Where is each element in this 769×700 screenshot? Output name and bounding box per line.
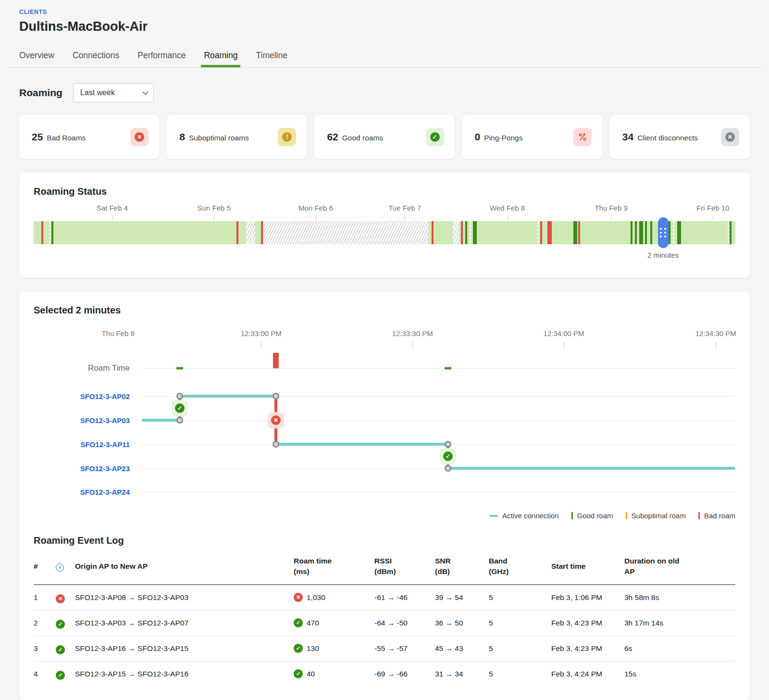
- timeline-day-tick: [611, 215, 612, 221]
- stat-value: 34: [622, 131, 633, 143]
- bad-roam-mark: [41, 221, 43, 244]
- event-log-row[interactable]: 1✕SFO12-3-AP08 → SFO12-3-AP03✕1,030-61 →…: [34, 585, 735, 611]
- tab-performance[interactable]: Performance: [137, 50, 186, 67]
- event-log-row[interactable]: 4✓SFO12-3-AP15 → SFO12-3-AP16✓40-69 → -6…: [34, 661, 735, 687]
- start-time: Feb 3, 4:24 PM: [551, 661, 624, 687]
- roam-time: ✓40: [294, 661, 374, 687]
- disconnected-period: [264, 221, 428, 244]
- good-roam-mark: [51, 221, 53, 244]
- gap-mark: [673, 221, 674, 244]
- legend-active-connection: Active connection: [489, 512, 559, 520]
- roam-time: ✓130: [294, 636, 374, 661]
- stat-label: Ping-Pongs: [484, 134, 522, 142]
- origin-to-new-ap: SFO12-3-AP08 → SFO12-3-AP03: [75, 585, 294, 611]
- good-roam-mark: [635, 221, 637, 244]
- event-number: 1: [34, 585, 56, 611]
- tab-bar: Overview Connections Performance Roaming…: [19, 50, 750, 67]
- good-roam-mark: [573, 221, 577, 244]
- stat-value: 25: [32, 131, 43, 143]
- tab-connections[interactable]: Connections: [73, 50, 119, 67]
- timeline-day-label: Sun Feb 5: [198, 204, 231, 212]
- good-status-icon: ✓: [56, 620, 65, 629]
- timeline-day-tick: [508, 215, 508, 221]
- ap-row-label[interactable]: SFO12-3-AP23: [34, 464, 130, 473]
- good-roam-mark: [650, 221, 652, 244]
- time-axis-label: 12:34:30 PM: [695, 329, 736, 338]
- check-icon: ✓: [175, 403, 185, 413]
- disconnect-icon: ✕: [721, 128, 739, 146]
- good-roam-mark: [730, 221, 732, 244]
- timeline-day-label: Thu Feb 9: [595, 204, 627, 212]
- check-icon: ✓: [443, 451, 453, 461]
- bad-roam-icon: ✕: [130, 128, 149, 146]
- roaming-event-log-table: # i Origin AP to New AP Roam time (ms) R…: [34, 548, 735, 687]
- time-axis-label: Thu Feb 9: [101, 329, 134, 338]
- band: 5: [489, 636, 551, 661]
- row-gridline: [142, 420, 735, 421]
- roam-endpoint-node: [273, 393, 279, 400]
- timeline-day-tick: [405, 215, 405, 221]
- x-icon: ✕: [271, 415, 281, 425]
- roam-time-axis-label: Roam Time: [34, 363, 130, 373]
- ap-row-label[interactable]: SFO12-3-AP24: [34, 488, 130, 496]
- origin-to-new-ap: SFO12-3-AP03 → SFO12-3-AP07: [75, 610, 294, 636]
- snr: 45 → 43: [435, 636, 489, 661]
- good-roam-mark: [465, 221, 467, 244]
- bad-roam-mark: [540, 221, 542, 244]
- stat-card-good-roams: 62Good roams ✓: [314, 115, 454, 159]
- stat-card-client-disconnects: 34Client disconnects ✕: [610, 115, 750, 159]
- roam-endpoint-node: [445, 465, 451, 472]
- event-number: 4: [34, 661, 56, 687]
- start-time: Feb 3, 4:23 PM: [551, 610, 624, 636]
- tab-overview[interactable]: Overview: [19, 50, 54, 67]
- col-header-status: i: [56, 548, 75, 585]
- rssi: -55 → -57: [374, 636, 435, 661]
- bad-roam-mark: [578, 221, 580, 244]
- gap-mark: [728, 221, 729, 244]
- time-axis-tick: [412, 342, 413, 348]
- stat-label: Suboptimal roams: [189, 134, 249, 142]
- event-log-row[interactable]: 3✓SFO12-3-AP16 → SFO12-3-AP15✓130-55 → -…: [34, 636, 735, 661]
- ping-pong-icon: [573, 128, 592, 146]
- disconnected-period: [246, 221, 255, 244]
- time-axis-tick: [564, 342, 564, 348]
- duration-on-old-ap: 6s: [624, 636, 735, 661]
- chart-plot-area: Thu Feb 912:33:00 PM12:33:30 PM12:34:00 …: [142, 321, 735, 523]
- tab-roaming[interactable]: Roaming: [204, 50, 237, 67]
- bad-roam-mark: [547, 221, 552, 244]
- bad-roam-mark: [432, 221, 434, 244]
- good-roam-marker: [571, 512, 573, 519]
- event-log-title: Roaming Event Log: [34, 535, 735, 546]
- time-axis-label: 12:33:30 PM: [392, 329, 433, 338]
- ap-row-label[interactable]: SFO12-3-AP03: [34, 416, 130, 425]
- ap-row-label[interactable]: SFO12-3-AP11: [34, 440, 130, 449]
- col-header-band: Band (GHz): [489, 548, 551, 585]
- active-connection-segment: [180, 395, 276, 398]
- selected-window-card: Selected 2 minutes Thu Feb 912:33:00 PM1…: [19, 291, 750, 700]
- timeline-selection-handle[interactable]: [658, 217, 669, 248]
- timeline-day-label: Mon Feb 6: [298, 204, 333, 212]
- col-header-duration: Duration on old AP: [624, 548, 735, 585]
- stat-card-ping-pongs: 0Ping-Pongs: [462, 115, 602, 159]
- stat-label: Good roams: [342, 134, 383, 142]
- chart-legend: Active connection Good roam Suboptimal r…: [489, 512, 735, 520]
- origin-to-new-ap: SFO12-3-AP16 → SFO12-3-AP15: [75, 636, 294, 661]
- page-title: Dultins-MacBook-Air: [19, 19, 750, 34]
- time-range-select[interactable]: Last week: [73, 83, 154, 102]
- event-log-row[interactable]: 2✓SFO12-3-AP03 → SFO12-3-AP07✓470-64 → -…: [34, 610, 735, 636]
- roam-endpoint-node: [273, 441, 279, 448]
- roaming-status-bar[interactable]: [34, 221, 735, 244]
- ap-row-label[interactable]: SFO12-3-AP02: [34, 392, 130, 400]
- legend-bad-roam: Bad roam: [698, 512, 735, 520]
- tab-timeline[interactable]: Timeline: [256, 50, 287, 67]
- col-header-snr: SNR (dB): [435, 548, 489, 585]
- breadcrumb[interactable]: CLIENTS: [19, 9, 750, 15]
- row-gridline: [142, 368, 735, 369]
- info-icon[interactable]: i: [56, 563, 64, 572]
- bad-status-icon: ✕: [56, 594, 65, 603]
- good-roam-mark: [473, 221, 477, 244]
- active-connection-marker: [489, 515, 498, 517]
- bad-roam-mark: [236, 221, 238, 244]
- col-header-num: #: [34, 548, 56, 585]
- roaming-status-timeline: Sat Feb 4Sun Feb 5Mon Feb 6Tue Feb 7Wed …: [34, 204, 735, 264]
